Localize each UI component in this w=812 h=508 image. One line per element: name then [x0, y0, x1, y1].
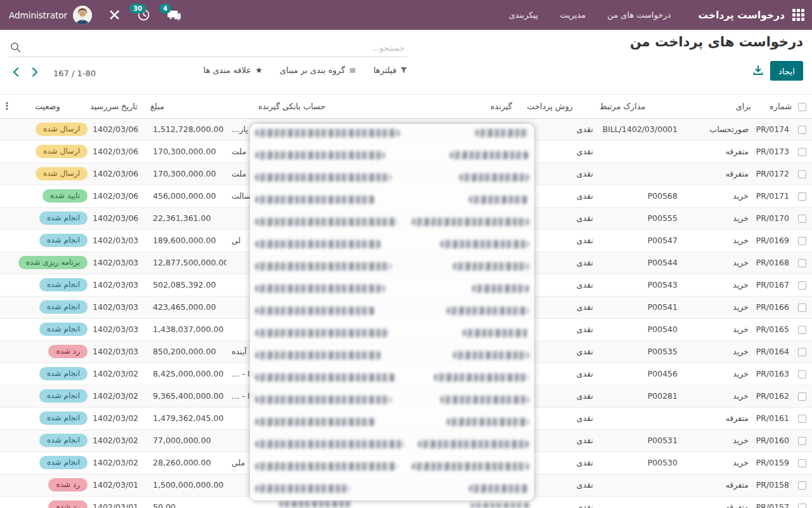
cell-number[interactable]: PR/0172	[751, 163, 792, 185]
row-checkbox[interactable]	[798, 437, 806, 445]
column-options-icon[interactable]: ⋮	[0, 95, 14, 118]
row-checkbox[interactable]	[798, 170, 806, 178]
cell-related-docs[interactable]: P00568	[599, 185, 693, 207]
cell-due-date[interactable]: 1402/03/01	[90, 496, 150, 508]
cell-amount[interactable]: 8,425,000,000.00	[150, 363, 226, 385]
row-checkbox[interactable]	[798, 326, 806, 334]
tools-icon[interactable]	[108, 9, 121, 21]
cell-related-docs[interactable]: P00555	[599, 207, 693, 229]
cell-status[interactable]: انجام شده	[14, 451, 90, 474]
cell-related-docs[interactable]: P00540	[599, 318, 693, 340]
favorites-button[interactable]: ★ علاقه مندی ها	[203, 65, 262, 75]
cell-related-docs[interactable]: P00281	[599, 385, 693, 407]
row-checkbox[interactable]	[798, 148, 806, 156]
cell-related-docs[interactable]: BILL/1402/03/0001	[599, 118, 693, 140]
cell-number[interactable]: PR/0162	[751, 385, 792, 407]
cell-number[interactable]: PR/0173	[751, 140, 792, 163]
row-checkbox[interactable]	[798, 237, 806, 245]
header-status[interactable]: وضعیت	[14, 95, 90, 118]
messages-icon[interactable]: 4	[167, 8, 181, 22]
cell-amount[interactable]: 50.00	[150, 496, 226, 508]
apps-grid-icon[interactable]	[792, 9, 804, 21]
header-for[interactable]: برای	[693, 95, 751, 118]
row-checkbox[interactable]	[798, 392, 806, 401]
cell-related-docs[interactable]: P00543	[599, 274, 693, 296]
cell-for[interactable]: متفرقه	[693, 407, 751, 429]
cell-related-docs[interactable]	[599, 474, 693, 496]
cell-number[interactable]: PR/0163	[751, 363, 792, 385]
cell-amount[interactable]: 170,300,000.00	[150, 163, 226, 185]
groupby-button[interactable]: ≡ گروه بندی بر مبنای	[280, 65, 357, 75]
cell-number[interactable]: PR/0165	[751, 318, 792, 340]
cell-amount[interactable]: 456,000,000.00	[150, 185, 226, 207]
cell-number[interactable]: PR/0174	[751, 118, 792, 140]
cell-amount[interactable]: 423,465,000.00	[150, 296, 226, 318]
filters-button[interactable]: فیلترها	[374, 65, 407, 75]
cell-for[interactable]: خرید	[693, 318, 751, 340]
cell-related-docs[interactable]	[599, 407, 693, 429]
cell-for[interactable]: متفرقه	[693, 474, 751, 496]
row-checkbox[interactable]	[798, 304, 806, 312]
select-all-checkbox[interactable]	[798, 103, 806, 111]
cell-for[interactable]: خرید	[693, 363, 751, 385]
cell-status[interactable]: رد شده	[14, 474, 90, 496]
user-menu[interactable]: Administrator	[9, 6, 92, 25]
cell-status[interactable]: رد شده	[14, 340, 90, 363]
cell-number[interactable]: PR/0168	[751, 251, 792, 274]
cell-for[interactable]: خرید	[693, 274, 751, 296]
cell-status[interactable]: ارسال شده	[14, 118, 90, 140]
cell-number[interactable]: PR/0171	[751, 185, 792, 207]
create-button[interactable]: ایجاد	[770, 61, 803, 81]
cell-related-docs[interactable]: P00544	[599, 251, 693, 274]
cell-for[interactable]: خرید	[693, 251, 751, 274]
row-checkbox[interactable]	[798, 504, 806, 508]
cell-for[interactable]: خرید	[693, 207, 751, 229]
pager-previous-button[interactable]	[9, 66, 23, 80]
cell-amount[interactable]: 28,260,000.00	[150, 451, 226, 474]
download-icon[interactable]	[752, 65, 764, 78]
cell-related-docs[interactable]: P00547	[599, 229, 693, 251]
cell-status[interactable]: انجام شده	[14, 385, 90, 407]
cell-for[interactable]: خرید	[693, 429, 751, 451]
cell-due-date[interactable]: 1402/03/02	[90, 429, 150, 451]
cell-related-docs[interactable]: P00531	[599, 429, 693, 451]
cell-status[interactable]: ارسال شده	[14, 140, 90, 163]
cell-amount[interactable]: 22,361,361.00	[150, 207, 226, 229]
cell-due-date[interactable]: 1402/03/01	[90, 474, 150, 496]
cell-amount[interactable]: 170,300,000.00	[150, 140, 226, 163]
cell-status[interactable]: تایید شده	[14, 185, 90, 207]
cell-number[interactable]: PR/0167	[751, 274, 792, 296]
row-checkbox[interactable]	[798, 481, 806, 490]
cell-due-date[interactable]: 1402/03/02	[90, 407, 150, 429]
cell-status[interactable]: رد شده	[14, 496, 90, 508]
cell-status[interactable]: انجام شده	[14, 274, 90, 296]
cell-for[interactable]: خرید	[693, 340, 751, 363]
cell-for[interactable]: خرید	[693, 185, 751, 207]
header-due-date[interactable]: تاریخ سررسید	[90, 95, 150, 118]
cell-due-date[interactable]: 1402/03/03	[90, 318, 150, 340]
cell-due-date[interactable]: 1402/03/06	[90, 140, 150, 163]
app-title[interactable]: درخواست پرداخت	[698, 10, 785, 21]
nav-item-my-requests[interactable]: درخواست های من	[596, 0, 681, 30]
cell-status[interactable]: برنامه ریزی شده	[14, 251, 90, 274]
cell-status[interactable]: انجام شده	[14, 407, 90, 429]
cell-due-date[interactable]: 1402/03/02	[90, 385, 150, 407]
cell-due-date[interactable]: 1402/03/06	[90, 118, 150, 140]
cell-due-date[interactable]: 1402/03/06	[90, 185, 150, 207]
header-payment-method[interactable]: روش پرداخت	[517, 95, 599, 118]
cell-for[interactable]: متفرقه	[693, 140, 751, 163]
cell-number[interactable]: PR/0159	[751, 451, 792, 474]
cell-related-docs[interactable]	[599, 140, 693, 163]
cell-due-date[interactable]: 1402/03/02	[90, 363, 150, 385]
cell-due-date[interactable]: 1402/03/06	[90, 163, 150, 185]
cell-amount[interactable]: 502,085,392.00	[150, 274, 226, 296]
cell-related-docs[interactable]: P00530	[599, 451, 693, 474]
cell-for[interactable]: خرید	[693, 451, 751, 474]
row-checkbox[interactable]	[798, 259, 806, 267]
header-amount[interactable]: مبلغ	[150, 95, 226, 118]
cell-status[interactable]: انجام شده	[14, 429, 90, 451]
cell-number[interactable]: PR/0161	[751, 407, 792, 429]
row-checkbox[interactable]	[798, 459, 806, 467]
cell-status[interactable]: انجام شده	[14, 318, 90, 340]
cell-amount[interactable]: 1,512,728,000.00	[150, 118, 226, 140]
